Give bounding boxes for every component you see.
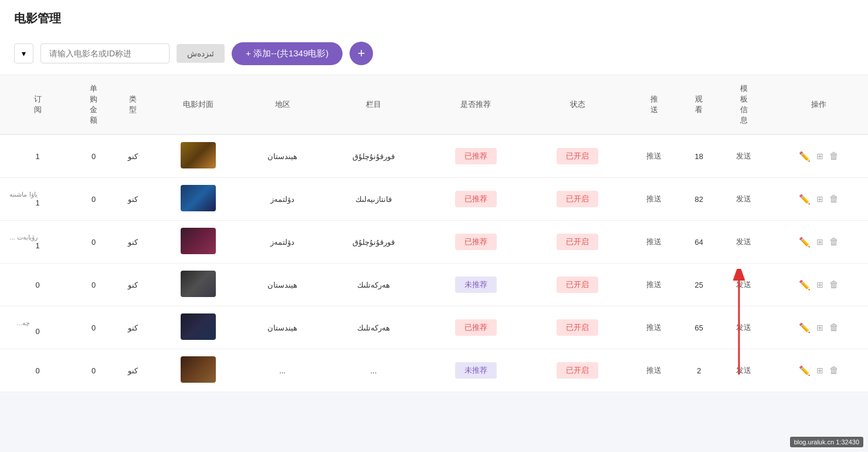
delete-icon[interactable]: 🗑 [829, 322, 839, 333]
cell-actions: ✏️ ⊞ 🗑 [769, 221, 868, 264]
edit-icon[interactable]: ✏️ [799, 322, 811, 333]
col-recommended: 是否推荐 [425, 75, 527, 134]
cell-column: هەركەتلىك [322, 306, 425, 349]
status-badge: 已开启 [557, 276, 598, 293]
grid-icon[interactable]: ⊞ [816, 194, 823, 204]
cell-column: ... [322, 349, 425, 392]
template-link[interactable]: 发送 [736, 323, 751, 332]
add-movie-button[interactable]: + 添加--(共1349电影) [232, 42, 343, 65]
cell-type: كنو [112, 178, 154, 221]
cell-template[interactable]: 发送 [718, 134, 770, 178]
cell-push[interactable]: 推送 [628, 264, 680, 306]
grid-icon[interactable]: ⊞ [816, 366, 823, 375]
cell-type: كنو [112, 221, 154, 264]
grid-icon[interactable]: ⊞ [816, 237, 823, 247]
edit-icon[interactable]: ✏️ [799, 237, 811, 248]
cell-column: قورقۇنۇچلۇق [322, 221, 425, 264]
cell-cover [153, 306, 242, 349]
delete-icon[interactable]: 🗑 [829, 237, 839, 247]
grid-icon[interactable]: ⊞ [816, 280, 823, 289]
page-title: 电影管理 [0, 0, 868, 32]
edit-icon[interactable]: ✏️ [799, 279, 811, 291]
cell-actions: ✏️ ⊞ 🗑 [769, 134, 868, 178]
cell-subscribe: چە...0 [0, 306, 75, 349]
cell-push[interactable]: 推送 [628, 134, 680, 178]
cell-single-price: 0 [75, 264, 112, 306]
cell-status[interactable]: 已开启 [527, 264, 628, 306]
cell-push[interactable]: 推送 [628, 178, 680, 221]
not-recommended-badge: 未推荐 [455, 276, 497, 293]
cell-template[interactable]: 发送 [718, 221, 770, 264]
cell-cover [153, 221, 242, 264]
plus-circle-button[interactable]: + [350, 42, 373, 65]
table-row: 0 0 كنو ... ... 未推荐 已开启 推送 2 发送 ✏️ ⊞ 🗑 [0, 349, 868, 392]
cell-region: دۆلتمەز [243, 178, 322, 221]
cell-template[interactable]: 发送 [718, 264, 770, 306]
edit-icon[interactable]: ✏️ [799, 194, 811, 205]
template-link[interactable]: 发送 [736, 366, 751, 375]
cell-views: 2 [680, 349, 718, 392]
search-button[interactable]: ئىزدەش [177, 44, 225, 63]
cell-subscribe: رۆيابەت ...1 [0, 221, 75, 264]
cell-template[interactable]: 发送 [718, 306, 770, 349]
cell-template[interactable]: 发送 [718, 349, 770, 392]
edit-icon[interactable]: ✏️ [799, 365, 811, 376]
cell-views: 18 [680, 134, 718, 178]
template-link[interactable]: 发送 [736, 237, 751, 246]
cell-recommended[interactable]: 已推荐 [425, 306, 527, 349]
cell-views: 65 [680, 306, 718, 349]
delete-icon[interactable]: 🗑 [829, 279, 839, 290]
cell-recommended[interactable]: 未推荐 [425, 264, 527, 306]
table-row: چە...0 0 كنو هيندستان هەركەتلىك 已推荐 已开启 … [0, 306, 868, 349]
push-link[interactable]: 推送 [646, 237, 662, 246]
grid-icon[interactable]: ⊞ [816, 151, 823, 161]
table-row: 1 0 كنو هيندستان قورقۇنۇچلۇق 已推荐 已开启 推送 … [0, 134, 868, 178]
push-link[interactable]: 推送 [646, 151, 662, 160]
cell-type: كنو [112, 349, 154, 392]
cell-template[interactable]: 发送 [718, 178, 770, 221]
cell-column: قورقۇنۇچلۇق [322, 134, 425, 178]
delete-icon[interactable]: 🗑 [829, 151, 839, 161]
push-link[interactable]: 推送 [646, 280, 662, 289]
cell-type: كنو [112, 306, 154, 349]
edit-icon[interactable]: ✏️ [799, 151, 811, 162]
cell-cover [153, 178, 242, 221]
cell-push[interactable]: 推送 [628, 221, 680, 264]
template-link[interactable]: 发送 [736, 194, 751, 203]
cell-region: هيندستان [243, 306, 322, 349]
cell-recommended[interactable]: 已推荐 [425, 178, 527, 221]
cell-status[interactable]: 已开启 [527, 306, 628, 349]
cell-views: 64 [680, 221, 718, 264]
dropdown-button[interactable]: ▾ [14, 43, 33, 63]
cell-status[interactable]: 已开启 [527, 221, 628, 264]
cell-recommended[interactable]: 已推荐 [425, 221, 527, 264]
status-badge: 已开启 [557, 191, 598, 207]
cell-recommended[interactable]: 未推荐 [425, 349, 527, 392]
template-link[interactable]: 发送 [736, 280, 751, 289]
delete-icon[interactable]: 🗑 [829, 365, 839, 376]
cell-single-price: 0 [75, 178, 112, 221]
cell-region: ... [243, 349, 322, 392]
cell-recommended[interactable]: 已推荐 [425, 134, 527, 178]
search-input[interactable] [40, 43, 169, 63]
recommended-badge: 已推荐 [455, 191, 497, 207]
template-link[interactable]: 发送 [736, 151, 751, 160]
cell-status[interactable]: 已开启 [527, 349, 628, 392]
cell-push[interactable]: 推送 [628, 349, 680, 392]
cell-status[interactable]: 已开启 [527, 178, 628, 221]
cell-status[interactable]: 已开启 [527, 134, 628, 178]
push-link[interactable]: 推送 [646, 323, 662, 332]
cell-push[interactable]: 推送 [628, 306, 680, 349]
cell-subscribe: ياۋا ماشىنە1 [0, 178, 75, 221]
grid-icon[interactable]: ⊞ [816, 323, 823, 332]
dropdown-icon: ▾ [22, 49, 26, 58]
cell-subscribe: 1 [0, 134, 75, 178]
cell-column: هەركەتلىك [322, 264, 425, 306]
push-link[interactable]: 推送 [646, 194, 662, 203]
cell-cover [153, 264, 242, 306]
recommended-badge: 已推荐 [455, 319, 497, 336]
push-link[interactable]: 推送 [646, 366, 662, 375]
col-push: 推送 [628, 75, 680, 134]
delete-icon[interactable]: 🗑 [829, 194, 839, 204]
movies-table: 订阅 单购金额 类型 电影封面 地区 栏目 是否推荐 状态 推送 观看 模板信息… [0, 75, 868, 392]
